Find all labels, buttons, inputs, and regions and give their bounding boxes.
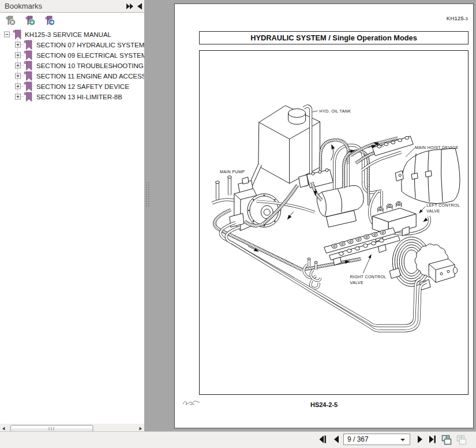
scroll-right-arrow[interactable] xyxy=(140,427,143,431)
collapse-panel-icon[interactable] xyxy=(136,2,143,10)
label-left-valve: VALVE xyxy=(426,209,440,214)
bookmarks-toolbar xyxy=(0,13,144,29)
page-number-value[interactable]: 9 / 367 xyxy=(347,435,369,443)
page-title-band: HYDRAULIC SYSTEM / Single Operation Mode… xyxy=(199,31,468,44)
label-right-valve: VALVE xyxy=(350,281,363,285)
junction-fittings xyxy=(304,258,321,289)
document-area[interactable]: KH125-3 HYDRAULIC SYSTEM / Single Operat… xyxy=(144,0,476,431)
figure-frame: HYD. OIL TANK MAIN PUMP MAIN HOIST DEVIC… xyxy=(199,50,468,395)
label-hyd-oil-tank: HYD. OIL TANK xyxy=(320,109,351,114)
previous-page-button[interactable] xyxy=(331,434,342,445)
last-page-button[interactable] xyxy=(428,434,438,445)
bookmark-item[interactable]: SECTION 13 HI-LIMITER-8B xyxy=(36,92,122,102)
combobox-dropdown-icon[interactable] xyxy=(400,439,405,441)
bookmarks-panel: Bookmarks xyxy=(0,0,144,448)
page-number-combobox[interactable]: 9 / 367 xyxy=(343,434,410,445)
bookmark-item-root[interactable]: KH125-3 SERVICE MANUAL xyxy=(25,29,111,40)
doc-code: KH125-3 xyxy=(447,15,468,21)
first-page-button[interactable] xyxy=(317,434,328,445)
bookmark-item[interactable]: SECTION 12 SAFETY DEVICE xyxy=(36,81,129,92)
bookmarks-panel-header: Bookmarks xyxy=(0,0,144,13)
panel-options-icon[interactable] xyxy=(125,2,134,10)
next-view-button xyxy=(456,434,466,445)
add-bookmark-icon[interactable] xyxy=(24,15,36,27)
page-title: HYDRAULIC SYSTEM / Single Operation Mode… xyxy=(199,33,468,42)
label-main-pump: MAIN PUMP xyxy=(220,170,245,174)
winch-drum xyxy=(389,237,457,290)
label-right-control: RIGHT CONTROL xyxy=(350,275,386,279)
next-page-button[interactable] xyxy=(415,434,425,445)
label-main-hoist-device: MAIN HOIST DEVICE xyxy=(415,145,459,150)
scroll-left-arrow[interactable] xyxy=(2,427,5,431)
goto-bookmark-icon[interactable] xyxy=(44,15,55,27)
expander-root[interactable] xyxy=(5,32,10,37)
previous-view-button[interactable] xyxy=(441,434,451,445)
bookmarks-panel-title: Bookmarks xyxy=(5,2,42,10)
bookmarks-tree: KH125-3 SERVICE MANUAL SECTION 07 HYDRAU… xyxy=(0,29,144,424)
navigation-toolbar: 9 / 367 xyxy=(0,431,476,448)
hydraulic-diagram: HYD. OIL TANK MAIN PUMP MAIN HOIST DEVIC… xyxy=(200,51,468,394)
delete-bookmark-icon[interactable] xyxy=(5,15,16,27)
pdf-page: KH125-3 HYDRAULIC SYSTEM / Single Operat… xyxy=(174,3,474,428)
splitter-handle[interactable] xyxy=(145,181,150,208)
pdf-viewer-window: Bookmarks xyxy=(0,0,476,448)
figure-code: HS24-2-5 xyxy=(175,401,473,408)
bookmark-item[interactable]: SECTION 10 TROUBLESHOOTING xyxy=(36,61,144,71)
bookmark-item[interactable]: SECTION 07 HYDRAULIC SYSTEM xyxy=(36,40,144,50)
swivel-unit xyxy=(299,169,364,227)
bookmark-item[interactable]: SECTION 09 ELECTRICAL SYSTEM xyxy=(36,50,144,61)
bookmark-item[interactable]: SECTION 11 ENGINE AND ACCESSORY xyxy=(36,71,144,81)
label-left-control: LEFT CONTROL xyxy=(426,203,460,208)
right-control-valve xyxy=(324,227,400,265)
